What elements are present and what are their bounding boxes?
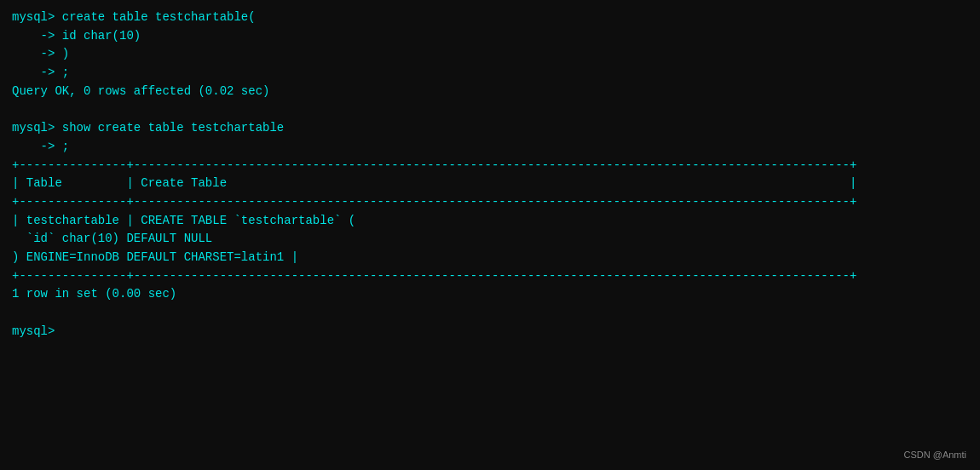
- table-bottom-border: +---------------+-----------------------…: [12, 267, 968, 286]
- watermark: CSDN @Anmti: [903, 450, 966, 460]
- table-data-row-2: `id` char(10) DEFAULT NULL: [12, 230, 968, 249]
- line-1: mysql> create table testchartable(: [12, 9, 968, 27]
- table-mid-border: +---------------+-----------------------…: [12, 193, 968, 212]
- table-top-border: +---------------+-----------------------…: [12, 157, 968, 175]
- line-8: -> ;: [12, 138, 968, 157]
- line-7: mysql> show create table testchartable: [12, 119, 968, 138]
- table-header-row: | Table | Create Table |: [12, 175, 968, 193]
- table-data-row-3: ) ENGINE=InnoDB DEFAULT CHARSET=latin1 |: [12, 249, 968, 267]
- col-table-header: Table: [26, 176, 119, 190]
- line-prompt[interactable]: mysql>: [12, 323, 968, 341]
- table-data-row-1: | testchartable | CREATE TABLE `testchar…: [12, 212, 968, 231]
- line-4: -> ;: [12, 64, 968, 83]
- line-3: -> ): [12, 45, 968, 64]
- line-result: 1 row in set (0.00 sec): [12, 285, 968, 304]
- line-5: Query OK, 0 rows affected (0.02 sec): [12, 83, 968, 101]
- line-blank-1: [12, 100, 968, 119]
- line-blank-2: [12, 304, 968, 323]
- col-create-header: Create Table: [141, 176, 227, 190]
- line-2: -> id char(10): [12, 27, 968, 46]
- terminal-window: mysql> create table testchartable( -> id…: [0, 0, 980, 470]
